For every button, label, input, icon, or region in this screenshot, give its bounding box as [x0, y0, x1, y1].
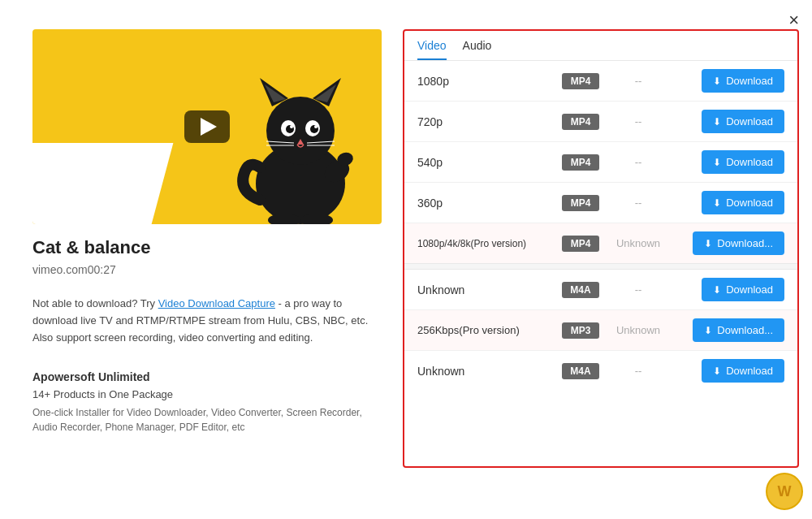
download-btn-label: Download [726, 75, 773, 87]
download-icon: ⬇ [713, 197, 721, 209]
size-label: -- [606, 283, 671, 296]
download-btn-label: Download... [717, 324, 773, 336]
download-btn-label: Download [726, 283, 773, 296]
format-badge: MP4 [562, 154, 599, 171]
download-icon: ⬇ [704, 325, 712, 336]
stripe-decoration-2 [42, 175, 120, 224]
size-label: -- [606, 365, 671, 377]
page-container: × [0, 0, 812, 519]
table-row: Unknown M4A -- ⬇ Download [404, 270, 797, 310]
info-text-before: Not able to download? Try [32, 297, 158, 309]
right-panel: Video Audio 1080p MP4 -- ⬇ Download 720p… [403, 29, 799, 468]
play-button[interactable] [184, 110, 230, 143]
size-label: -- [606, 197, 671, 209]
download-btn-label: Download [726, 115, 773, 128]
table-row: 256Kbps(Pro version) MP3 Unknown ⬇ Downl… [404, 310, 797, 351]
table-row: 360p MP4 -- ⬇ Download [404, 183, 797, 223]
video-source: vimeo.com00:27 [32, 263, 382, 276]
tab-video[interactable]: Video [417, 39, 447, 60]
svg-point-1 [266, 97, 335, 165]
download-icon: ⬇ [713, 157, 721, 168]
download-icon: ⬇ [713, 116, 721, 128]
watermark: W [765, 472, 804, 511]
download-button[interactable]: ⬇ Download... [693, 231, 784, 255]
download-btn-label: Download [726, 156, 773, 168]
svg-point-11 [314, 125, 317, 128]
download-button[interactable]: ⬇ Download [702, 150, 784, 174]
info-text: Not able to download? Try Video Download… [32, 296, 382, 346]
quality-label: 360p [417, 197, 555, 210]
svg-point-10 [290, 125, 293, 128]
video-title: Cat & balance [32, 237, 382, 258]
promo-title: Apowersoft Unlimited [32, 370, 382, 383]
download-btn-label: Download [726, 197, 773, 209]
download-button[interactable]: ⬇ Download [702, 278, 784, 301]
quality-label: 1080p/4k/8k(Pro version) [417, 238, 555, 249]
quality-label: 720p [417, 115, 555, 128]
download-button[interactable]: ⬇ Download [702, 69, 784, 93]
table-row: Unknown M4A -- ⬇ Download [404, 351, 797, 391]
quality-label: 540p [417, 156, 555, 169]
tab-row: Video Audio [404, 31, 797, 61]
download-btn-label: Download [726, 365, 773, 377]
quality-label: 256Kbps(Pro version) [417, 324, 555, 336]
download-btn-label: Download... [717, 237, 773, 249]
format-badge: MP4 [562, 195, 599, 211]
size-label: -- [606, 156, 671, 168]
table-row: 720p MP4 -- ⬇ Download [404, 102, 797, 142]
size-label: Unknown [606, 324, 671, 336]
cat-illustration [235, 54, 365, 224]
promo-desc: One-click Installer for Video Downloader… [32, 405, 382, 435]
play-icon [201, 118, 217, 136]
left-panel: Cat & balance vimeo.com00:27 Not able to… [32, 29, 382, 435]
format-badge: MP4 [562, 73, 599, 89]
size-label: -- [606, 115, 671, 128]
download-icon: ⬇ [713, 76, 721, 87]
section-divider [404, 263, 797, 270]
format-badge: M4A [562, 282, 599, 298]
format-badge: MP4 [562, 236, 599, 252]
table-row: 540p MP4 -- ⬇ Download [404, 142, 797, 183]
video-download-capture-link[interactable]: Video Download Capture [158, 297, 275, 309]
size-label: -- [606, 75, 671, 87]
format-badge: MP4 [562, 114, 599, 130]
download-button[interactable]: ⬇ Download... [693, 318, 784, 342]
quality-label: Unknown [417, 365, 555, 378]
download-button[interactable]: ⬇ Download [702, 191, 784, 214]
close-button[interactable]: × [788, 11, 799, 29]
download-button[interactable]: ⬇ Download [702, 359, 784, 383]
audio-rows: Unknown M4A -- ⬇ Download 256Kbps(Pro ve… [404, 270, 797, 391]
table-row: 1080p MP4 -- ⬇ Download [404, 61, 797, 102]
svg-text:W: W [778, 483, 792, 500]
promo-subtitle: 14+ Products in One Package [32, 388, 382, 400]
table-row: 1080p/4k/8k(Pro version) MP4 Unknown ⬇ D… [404, 223, 797, 263]
download-button[interactable]: ⬇ Download [702, 110, 784, 133]
tab-audio[interactable]: Audio [463, 39, 492, 60]
download-icon: ⬇ [713, 284, 721, 296]
format-badge: M4A [562, 363, 599, 379]
download-icon: ⬇ [704, 238, 712, 249]
size-label: Unknown [606, 237, 671, 249]
download-icon: ⬇ [713, 365, 721, 377]
quality-label: Unknown [417, 283, 555, 296]
format-badge: MP3 [562, 322, 599, 339]
video-rows: 1080p MP4 -- ⬇ Download 720p MP4 -- ⬇ Do… [404, 61, 797, 263]
video-thumbnail [32, 29, 382, 224]
quality-label: 1080p [417, 75, 555, 88]
